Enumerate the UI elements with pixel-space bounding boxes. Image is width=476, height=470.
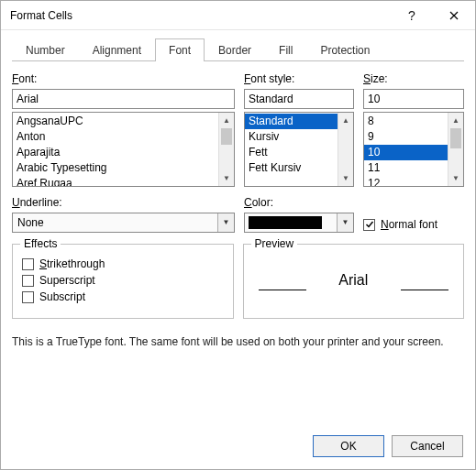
font-hint: This is a TrueType font. The same font w… [12, 335, 464, 348]
tab-alignment[interactable]: Alignment [79, 38, 155, 61]
font-listbox[interactable]: AngsanaUPC Anton Aparajita Arabic Typese… [12, 112, 235, 187]
size-label: Size: [363, 72, 464, 85]
size-input[interactable] [363, 89, 464, 109]
list-item[interactable]: Kursiv [245, 129, 338, 145]
checkbox-icon [22, 258, 34, 270]
dialog-buttons: OK Cancel [313, 435, 463, 457]
scroll-up-icon[interactable]: ▲ [219, 113, 235, 128]
scroll-thumb[interactable] [221, 128, 232, 145]
strike-label: Strikethrough [39, 257, 105, 270]
tab-fill[interactable]: Fill [265, 38, 306, 61]
preview-group: Preview Arial [243, 244, 465, 319]
preview-text: Arial [338, 272, 368, 289]
underline-value: None [13, 213, 217, 232]
font-label: Font: [12, 72, 235, 85]
fontstyle-listbox[interactable]: Standard Kursiv Fett Fett Kursiv ▲ ▼ [244, 112, 354, 187]
color-combo[interactable]: ▼ [244, 213, 354, 233]
tab-number[interactable]: Number [12, 38, 79, 61]
tab-bar: Number Alignment Font Border Fill Protec… [12, 38, 464, 61]
size-scrollbar[interactable]: ▲ ▼ [448, 113, 463, 186]
tab-border[interactable]: Border [205, 38, 265, 61]
font-row: Font: AngsanaUPC Anton Aparajita Arabic … [12, 72, 464, 187]
sub-label: Subscript [39, 290, 85, 303]
effects-legend: Effects [20, 237, 61, 250]
cancel-button[interactable]: Cancel [392, 435, 463, 457]
list-item[interactable]: Aparajita [13, 145, 218, 160]
list-item[interactable]: Anton [13, 129, 218, 145]
list-item[interactable]: 9 [364, 129, 448, 145]
preview-baseline [259, 290, 306, 290]
checkbox-icon [22, 291, 34, 303]
ok-button[interactable]: OK [313, 435, 384, 457]
preview-baseline [401, 290, 448, 290]
super-label: Superscript [39, 274, 95, 287]
preview-legend: Preview [251, 237, 298, 250]
list-item[interactable]: Standard [245, 114, 338, 129]
list-item[interactable]: 11 [364, 160, 448, 176]
scroll-up-icon[interactable]: ▲ [338, 113, 354, 128]
list-item[interactable]: 12 [364, 176, 448, 186]
list-item[interactable]: 8 [364, 114, 448, 129]
color-label: Color: [244, 196, 354, 209]
close-button[interactable] [433, 1, 475, 30]
fontstyle-scrollbar[interactable]: ▲ ▼ [338, 113, 353, 186]
strikethrough-checkbox[interactable]: Strikethrough [22, 257, 224, 270]
font-scrollbar[interactable]: ▲ ▼ [218, 113, 234, 186]
list-item[interactable]: AngsanaUPC [13, 114, 218, 129]
font-input[interactable] [12, 89, 235, 109]
titlebar: Format Cells ? [1, 1, 475, 30]
chevron-down-icon[interactable]: ▼ [217, 213, 234, 232]
checkbox-icon [363, 219, 375, 231]
normal-font-checkbox[interactable]: Normal font [363, 218, 437, 231]
scroll-down-icon[interactable]: ▼ [338, 170, 354, 186]
fontstyle-label: Font style: [244, 72, 354, 85]
tab-font[interactable]: Font [155, 38, 205, 61]
list-item[interactable]: Fett [245, 145, 338, 160]
fontstyle-input[interactable] [244, 89, 354, 109]
size-listbox[interactable]: 8 9 10 11 12 14 ▲ ▼ [363, 112, 464, 187]
scroll-down-icon[interactable]: ▼ [219, 170, 235, 186]
close-icon [449, 11, 459, 20]
list-item[interactable]: 10 [364, 145, 448, 160]
underline-label: Underline: [12, 196, 235, 209]
help-button[interactable]: ? [391, 1, 433, 30]
chevron-down-icon[interactable]: ▼ [337, 213, 353, 232]
tab-protection[interactable]: Protection [306, 38, 383, 61]
scroll-up-icon[interactable]: ▲ [448, 113, 464, 128]
superscript-checkbox[interactable]: Superscript [22, 274, 224, 287]
list-item[interactable]: Arabic Typesetting [13, 160, 218, 176]
color-swatch [249, 216, 322, 229]
scroll-down-icon[interactable]: ▼ [448, 170, 464, 186]
checkbox-icon [22, 275, 34, 287]
subscript-checkbox[interactable]: Subscript [22, 290, 224, 303]
list-item[interactable]: Aref Ruqaa [13, 176, 218, 186]
dialog-content: Number Alignment Font Border Fill Protec… [1, 30, 475, 357]
scroll-thumb[interactable] [450, 128, 461, 148]
list-item[interactable]: Fett Kursiv [245, 160, 338, 176]
underline-combo[interactable]: None ▼ [12, 213, 235, 233]
window-title: Format Cells [10, 9, 391, 22]
normal-font-label: Normal font [381, 218, 437, 231]
underline-row: Underline: None ▼ Color: ▼ Normal font [12, 196, 464, 233]
effects-group: Effects Strikethrough Superscript Subscr… [12, 244, 234, 319]
